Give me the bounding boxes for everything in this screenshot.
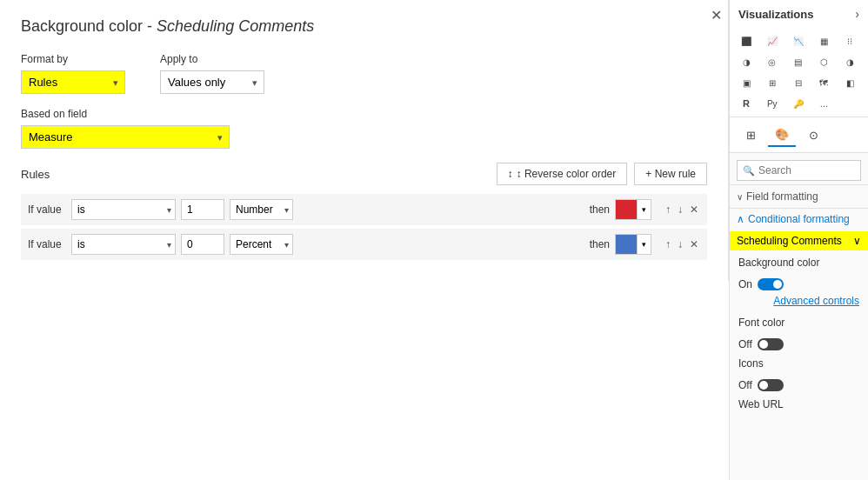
color-dropdown-btn-2[interactable]: ▾: [637, 235, 651, 254]
format-by-select[interactable]: Rules: [21, 70, 125, 94]
conditional-formatting-section[interactable]: ∧ Conditional formatting: [730, 208, 868, 230]
rule-row-2: If value is Number Percent then ▾ ↑: [21, 229, 707, 260]
background-color-property: Background color: [730, 252, 868, 276]
search-icon: 🔍: [743, 165, 755, 177]
viz-icon-r[interactable]: R: [735, 94, 758, 113]
viz-icon-key-influencer[interactable]: 🔑: [787, 94, 810, 113]
then-label-2: then: [590, 238, 610, 250]
search-input[interactable]: [758, 164, 868, 177]
condition-select-2[interactable]: is: [71, 234, 176, 255]
web-url-property: Web URL: [730, 394, 868, 417]
color-dropdown-btn-1[interactable]: ▾: [637, 200, 651, 219]
viz-expand-button[interactable]: ›: [855, 7, 859, 21]
rules-label: Rules: [21, 168, 50, 181]
viz-icon-line[interactable]: 📈: [761, 31, 784, 50]
viz-icon-more[interactable]: …: [812, 94, 835, 113]
viz-icon-card[interactable]: ▣: [735, 73, 758, 92]
icons-toggle-row: Off: [730, 377, 868, 394]
apply-to-select[interactable]: Values only: [160, 70, 264, 94]
web-url-label: Web URL: [738, 398, 859, 410]
condition-select-1[interactable]: is: [71, 199, 176, 220]
viz-tab-bar: ⊞ 🎨 ⊙: [730, 117, 868, 153]
background-color-toggle-row: On: [730, 276, 868, 293]
icons-label: Icons: [738, 357, 859, 370]
viz-icon-shape-map[interactable]: ◧: [838, 73, 861, 92]
field-formatting-section[interactable]: ∨ Field formatting: [730, 184, 868, 208]
font-color-property: Font color: [730, 312, 868, 336]
background-color-toggle[interactable]: [758, 278, 784, 290]
viz-icon-bar[interactable]: ⬛: [735, 31, 758, 50]
viz-icon-matrix[interactable]: ⊟: [787, 73, 810, 92]
if-label-2: If value: [28, 238, 66, 250]
rule-delete-btn-1[interactable]: ✕: [688, 202, 700, 217]
viz-icon-table[interactable]: ⊞: [761, 73, 784, 92]
reverse-color-order-button[interactable]: ↕ ↕ Reverse color order: [497, 163, 628, 185]
viz-icon-python[interactable]: Py: [761, 94, 784, 113]
viz-icon-scatter[interactable]: ⁝⁝: [838, 31, 861, 50]
based-on-field-select[interactable]: Measure: [21, 125, 230, 149]
scheduling-comments-label: Scheduling Comments: [737, 235, 842, 247]
value-input-2[interactable]: [181, 234, 224, 255]
format-by-label: Format by: [21, 53, 125, 65]
scheduling-comments-item[interactable]: Scheduling Comments ∨: [730, 231, 868, 250]
close-button[interactable]: ✕: [711, 7, 722, 23]
rule-delete-btn-2[interactable]: ✕: [688, 237, 700, 252]
viz-icon-pie[interactable]: ◑: [735, 52, 758, 71]
font-color-toggle[interactable]: [758, 338, 784, 350]
advanced-controls-link[interactable]: Advanced controls: [730, 293, 868, 312]
viz-title: Visualizations: [738, 8, 813, 21]
viz-icon-map[interactable]: 🗺: [812, 73, 835, 92]
new-rule-button[interactable]: + New rule: [634, 163, 707, 185]
analytics-tab-button[interactable]: ⊙: [799, 123, 827, 147]
cond-format-chevron: ∧: [737, 213, 744, 225]
icons-property: Icons: [730, 353, 868, 377]
rule-up-btn-1[interactable]: ↑: [664, 202, 672, 217]
viz-icon-stacked-bar[interactable]: ▦: [812, 31, 835, 50]
background-color-toggle-label: On: [738, 278, 752, 290]
value-type-select-2[interactable]: Number Percent: [230, 234, 293, 255]
color-picker-1[interactable]: ▾: [615, 199, 651, 220]
font-color-toggle-label: Off: [738, 338, 752, 350]
visualizations-panel: Visualizations › ⬛ 📈 📉 ▦ ⁝⁝ ◑ ◎ ▤ ⬡ ◑ ▣ …: [729, 0, 868, 480]
field-formatting-label: Field formatting: [746, 190, 818, 203]
icons-toggle[interactable]: [758, 379, 784, 391]
search-box[interactable]: 🔍: [737, 160, 861, 181]
rule-up-btn-2[interactable]: ↑: [664, 237, 672, 252]
rule-down-btn-1[interactable]: ↓: [676, 202, 684, 217]
viz-icon-treemap[interactable]: ▤: [787, 52, 810, 71]
rule-down-btn-2[interactable]: ↓: [676, 237, 684, 252]
field-formatting-chevron: ∨: [737, 192, 743, 202]
viz-icon-donut[interactable]: ◎: [761, 52, 784, 71]
font-color-label: Font color: [738, 317, 859, 329]
format-tab-button[interactable]: 🎨: [768, 123, 796, 147]
dialog-title: Background color - Scheduling Comments: [21, 17, 707, 36]
viz-icon-gauge[interactable]: ◑: [838, 52, 861, 71]
value-type-select-1[interactable]: Number Percent: [230, 199, 293, 220]
reverse-icon: ↕: [508, 168, 513, 180]
viz-icon-area[interactable]: 📉: [787, 31, 810, 50]
icons-toggle-label: Off: [738, 379, 752, 391]
if-label-1: If value: [28, 203, 66, 216]
background-color-label: Background color: [738, 257, 859, 269]
font-color-toggle-row: Off: [730, 336, 868, 353]
viz-icon-grid: ⬛ 📈 📉 ▦ ⁝⁝ ◑ ◎ ▤ ⬡ ◑ ▣ ⊞ ⊟ 🗺 ◧ R Py 🔑 …: [730, 28, 868, 117]
scheduling-comments-chevron: ∨: [853, 235, 861, 247]
value-input-1[interactable]: [181, 199, 224, 220]
rule-row-1: If value is Number Percent then ▾ ↑: [21, 194, 707, 225]
based-on-field-label: Based on field: [21, 108, 707, 120]
color-picker-2[interactable]: ▾: [615, 234, 651, 255]
fields-tab-button[interactable]: ⊞: [737, 123, 765, 147]
viz-icon-funnel[interactable]: ⬡: [812, 52, 835, 71]
conditional-formatting-label: Conditional formatting: [748, 213, 850, 225]
viz-icon-blank: [838, 94, 861, 113]
then-label-1: then: [590, 203, 610, 216]
apply-to-label: Apply to: [160, 53, 264, 65]
